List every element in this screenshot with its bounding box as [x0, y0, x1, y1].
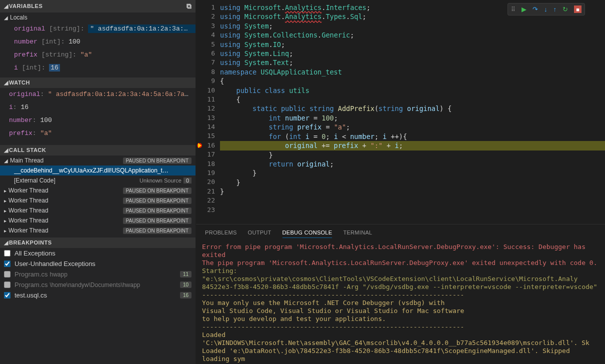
line-gutter: 1234567891011121314151617181920212223: [196, 0, 220, 224]
collapse-all-icon[interactable]: ⧉: [186, 2, 192, 10]
editor-main: 1234567891011121314151617181920212223 us…: [196, 0, 605, 364]
drag-handle-icon[interactable]: ⠿: [511, 6, 516, 13]
step-out-button[interactable]: ↑: [554, 6, 557, 13]
worker-thread[interactable]: ▸Worker ThreadPAUSED ON BREAKPOINT: [0, 206, 196, 216]
bottom-panel: PROBLEMS OUTPUT DEBUG CONSOLE TERMINAL E…: [196, 224, 605, 364]
var-original[interactable]: original [string]: " asdfasdfa:0a:1a:2a:…: [0, 22, 196, 36]
variables-header[interactable]: ◢VARIABLES ⧉: [0, 0, 196, 12]
breakpoint-item[interactable]: User-Unhandled Exceptions: [0, 258, 196, 269]
step-into-button[interactable]: ↓: [544, 6, 548, 13]
breakpoint-checkbox[interactable]: [4, 282, 10, 288]
tab-terminal[interactable]: TERMINAL: [343, 228, 372, 238]
tab-problems[interactable]: PROBLEMS: [205, 228, 237, 238]
breakpoint-item[interactable]: All Exceptions: [0, 248, 196, 258]
watch-original[interactable]: original: " asdfasdfa:0a:1a:2a:3a:4a:5a:…: [0, 88, 196, 101]
watch-prefix[interactable]: prefix: "a": [0, 127, 196, 140]
breakpoint-checkbox[interactable]: [4, 260, 10, 267]
watch-header[interactable]: ◢WATCH: [0, 78, 196, 88]
watch-i[interactable]: i: 16: [0, 101, 196, 114]
breakpoint-checkbox[interactable]: [4, 250, 10, 256]
debug-console-output[interactable]: Error from pipe program 'Microsoft.Analy…: [196, 241, 605, 364]
breakpoint-item[interactable]: test.usql.cs16: [0, 290, 196, 300]
debug-toolbar[interactable]: ⠿ ▶ ↷ ↓ ↑ ↻ ■: [508, 3, 585, 16]
breakpoint-item[interactable]: Program.cshwapp11: [0, 269, 196, 280]
var-i[interactable]: i [int]: 16: [0, 62, 196, 74]
step-over-button[interactable]: ↷: [532, 6, 538, 13]
var-number[interactable]: number [int]: 100: [0, 36, 196, 48]
breakpoint-item[interactable]: Program.cs\home\nandyw\Documents\hwapp10: [0, 280, 196, 290]
stack-frame-1[interactable]: [External Code] Unknown Source0: [0, 176, 196, 186]
tab-output[interactable]: OUTPUT: [248, 228, 272, 238]
locals-group[interactable]: ◢Locals: [0, 12, 196, 22]
code-body[interactable]: using Microsoft.Analytics.Interfaces;usi…: [220, 0, 605, 224]
breakpoint-checkbox[interactable]: [4, 292, 10, 298]
worker-thread[interactable]: ▸Worker ThreadPAUSED ON BREAKPOINT: [0, 216, 196, 226]
stop-button[interactable]: ■: [574, 6, 582, 13]
worker-thread[interactable]: ▸Worker ThreadPAUSED ON BREAKPOINT: [0, 226, 196, 236]
tab-debug-console[interactable]: DEBUG CONSOLE: [282, 228, 332, 238]
continue-button[interactable]: ▶: [522, 6, 526, 13]
breakpoints-header[interactable]: ◢BREAKPOINTS: [0, 238, 196, 248]
var-prefix[interactable]: prefix [string]: "a": [0, 48, 196, 62]
debug-sidebar: ◢VARIABLES ⧉ ◢Locals original [string]: …: [0, 0, 196, 364]
stack-frame-0[interactable]: __codeBehind__wCyUUaAxxZJF.dll!USQLAppli…: [0, 166, 196, 176]
worker-thread[interactable]: ▸Worker ThreadPAUSED ON BREAKPOINT: [0, 196, 196, 206]
code-editor[interactable]: 1234567891011121314151617181920212223 us…: [196, 0, 605, 224]
worker-thread[interactable]: ▸Worker ThreadPAUSED ON BREAKPOINT: [0, 186, 196, 196]
main-thread[interactable]: ◢Main Thread PAUSED ON BREAKPOINT: [0, 156, 196, 166]
breakpoint-checkbox[interactable]: [4, 271, 10, 278]
panel-tabs: PROBLEMS OUTPUT DEBUG CONSOLE TERMINAL: [196, 224, 605, 241]
watch-number[interactable]: number: 100: [0, 114, 196, 127]
restart-button[interactable]: ↻: [562, 6, 568, 13]
callstack-header[interactable]: ◢CALL STACK: [0, 145, 196, 156]
